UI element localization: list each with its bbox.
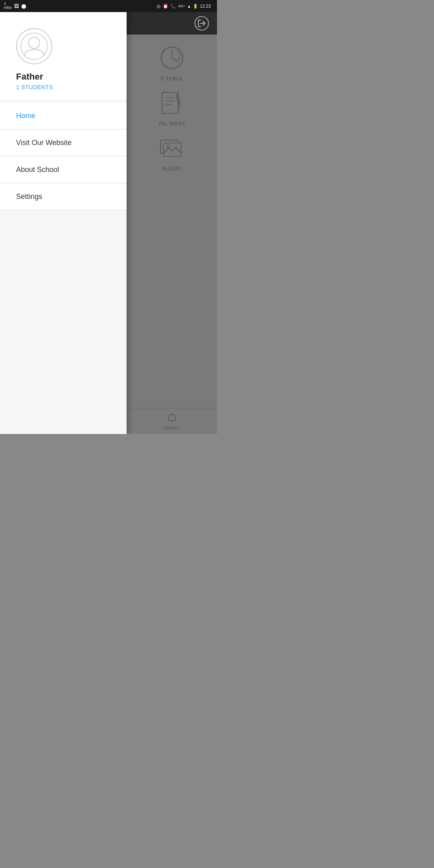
menu-item-visit-website[interactable]: Visit Our Website	[0, 130, 127, 156]
battery-percentage: 12:22	[200, 4, 211, 8]
image-icon: 🖼	[14, 3, 19, 9]
signal-bars-icon: ▲	[187, 4, 191, 8]
grid-item-diary[interactable]: TAL DIARY	[157, 88, 187, 127]
main-container: Father 1 STUDENTS Home Visit Our Website…	[0, 12, 217, 434]
drawer-menu: Home Visit Our Website About School Sett…	[0, 101, 127, 434]
battery-icon: 🔋	[193, 4, 198, 8]
gallery-icon-box	[157, 133, 187, 163]
menu-item-settings[interactable]: Settings	[0, 184, 127, 210]
grid-item-gallery[interactable]: ALLERY	[157, 133, 187, 172]
app-header-bar	[127, 12, 217, 35]
svg-rect-7	[162, 92, 178, 113]
status-right: ◎ ⏰ 📞 4G+ ▲ 🔋 12:22	[157, 4, 213, 9]
navigation-drawer: Father 1 STUDENTS Home Visit Our Website…	[0, 12, 127, 434]
timetable-icon	[158, 44, 186, 72]
menu-label-about-school: About School	[16, 166, 59, 174]
app-grid: E TABLE TAL DIARY	[127, 35, 217, 408]
data-speed: 2KB/s	[4, 2, 12, 10]
gallery-icon	[158, 134, 186, 162]
drawer-header: Father 1 STUDENTS	[0, 12, 127, 101]
menu-item-home[interactable]: Home	[0, 103, 127, 129]
bell-icon	[166, 413, 178, 424]
diary-label: TAL DIARY	[158, 121, 185, 127]
timetable-label: E TABLE	[161, 76, 183, 82]
svg-line-6	[172, 58, 177, 61]
svg-rect-14	[164, 143, 181, 156]
avatar-icon	[20, 32, 48, 60]
circle-status-icon: ⬤	[21, 4, 26, 9]
alarm-icon: ⏰	[163, 4, 168, 9]
bottom-nav: tifications	[127, 408, 217, 434]
menu-label-settings: Settings	[16, 192, 42, 201]
menu-label-visit-website: Visit Our Website	[16, 139, 72, 147]
status-bar: 2KB/s 🖼 ⬤ ◎ ⏰ 📞 4G+ ▲ 🔋 12:22	[0, 0, 217, 12]
logout-button[interactable]	[194, 16, 209, 31]
logout-icon	[197, 19, 206, 28]
nav-notifications[interactable]: tifications	[164, 413, 180, 430]
diary-icon-box	[157, 88, 187, 118]
user-name: Father	[16, 72, 115, 82]
location-icon: ◎	[157, 4, 161, 9]
phone-icon: 📞	[170, 4, 176, 9]
network-type: 4G+	[178, 4, 185, 8]
diary-icon	[158, 89, 186, 117]
grid-item-timetable[interactable]: E TABLE	[157, 43, 187, 82]
timetable-icon-box	[157, 43, 187, 73]
status-left: 2KB/s 🖼 ⬤	[4, 2, 26, 10]
user-avatar	[16, 28, 52, 64]
app-content-background: E TABLE TAL DIARY	[127, 12, 217, 434]
notifications-label: tifications	[164, 426, 180, 430]
menu-item-about-school[interactable]: About School	[0, 157, 127, 183]
svg-point-0	[29, 37, 40, 49]
menu-label-home: Home	[16, 112, 35, 120]
gallery-label: ALLERY	[162, 166, 182, 172]
user-students-count: 1 STUDENTS	[16, 84, 115, 90]
